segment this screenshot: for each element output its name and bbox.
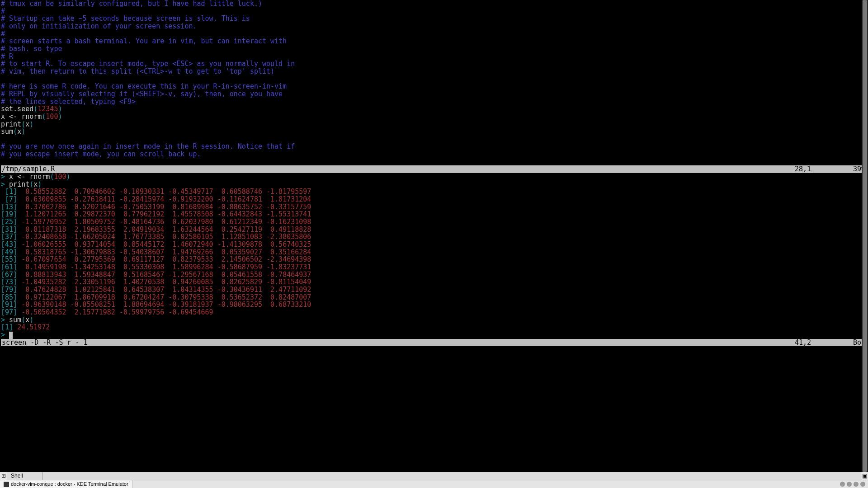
status-rowcol: 28,1 <box>795 165 849 173</box>
close-icon: ▣ <box>862 472 867 480</box>
close-tab-button[interactable]: ▣ <box>861 472 868 480</box>
terminal-window: # tmux can be similarly configured, but … <box>0 0 868 488</box>
comment-line: # only on initialization of your screen … <box>1 23 867 30</box>
comment-line <box>1 136 867 143</box>
r-output-row: [49] 0.58318765 -1.30679883 -0.54038607 … <box>1 249 867 256</box>
vim-status-bottom: screen -D -R -S r - 1 41,2 Bot <box>1 339 867 347</box>
r-echo-line: > print(x) <box>1 181 867 188</box>
status-cmd: screen -D -R -S r - 1 <box>1 339 795 347</box>
code-line: x <- rnorm(100) <box>1 113 867 121</box>
r-output-row: [97] -0.50504352 2.15771982 -0.59979756 … <box>1 309 867 316</box>
status-filename: /tmp/sample.R <box>1 165 795 173</box>
comment-line: # <box>1 30 867 38</box>
r-echo-line: > x <- rnorm(100) <box>1 173 867 181</box>
comment-line: # R <box>1 53 867 61</box>
blank-region <box>1 346 867 355</box>
blank-line <box>1 158 867 166</box>
code-line: set.seed(12345) <box>1 105 867 113</box>
vim-status-top: /tmp/sample.R 28,1 39% <box>1 165 867 173</box>
r-output-row: [73] -1.04935282 2.33051196 1.40270538 0… <box>1 278 867 286</box>
r-output-row: [79] 0.47624828 1.02125841 0.64538307 1.… <box>1 286 867 294</box>
cursor-block-icon <box>9 332 13 339</box>
tabbar-spacer <box>42 472 861 480</box>
r-output-row: [19] 1.12071265 0.29872370 0.77962192 1.… <box>1 211 867 218</box>
comment-line <box>1 75 867 83</box>
terminal-body[interactable]: # tmux can be similarly configured, but … <box>0 0 868 472</box>
tray-icon[interactable] <box>847 482 852 487</box>
konsole-tab[interactable]: Shell <box>7 472 42 480</box>
plus-icon: ⊞ <box>1 472 6 480</box>
system-tray <box>840 482 868 487</box>
kde-taskbar: docker-vim-conque : docker - KDE Termina… <box>0 480 868 488</box>
r-output-row: [1] 0.58552882 0.70946602 -0.10930331 -0… <box>1 188 867 196</box>
scrollbar-thumb[interactable] <box>863 0 867 472</box>
comment-line: # <box>1 8 867 15</box>
taskbar-app-button[interactable]: docker-vim-conque : docker - KDE Termina… <box>0 480 132 488</box>
terminal-scrollbar[interactable] <box>862 0 868 472</box>
comment-line: # Startup can take ~5 seconds because sc… <box>1 15 867 23</box>
konsole-tabbar: ⊞ ShellShell No. 6Shell No. 3Shell No. 4… <box>0 472 868 480</box>
r-output-row: [55] -0.67097654 0.27795369 0.69117127 0… <box>1 256 867 263</box>
comment-line: # here is some R code. You can execute t… <box>1 83 867 90</box>
comment-line: # you escape insert mode, you can scroll… <box>1 150 867 158</box>
comment-line: # vim, then return to this split (<CTRL>… <box>1 68 867 75</box>
tray-icon[interactable] <box>840 482 845 487</box>
r-output-row: [37] -0.32408658 -1.66205024 1.76773385 … <box>1 233 867 241</box>
r-output-row: [43] -1.06026555 0.93714054 0.85445172 1… <box>1 241 867 249</box>
r-output-row: [91] -0.96390148 -0.85508251 1.88694694 … <box>1 301 867 309</box>
comment-line: # you are now once again in insert mode … <box>1 143 867 150</box>
comment-line: # REPL by visually selecting it (<SHIFT>… <box>1 90 867 98</box>
r-output-row: [61] 0.14959198 -1.34253148 0.55330308 1… <box>1 263 867 271</box>
comment-line: # screen starts a bash terminal. You are… <box>1 38 867 45</box>
comment-line: # the lines selected, typing <F9> <box>1 98 867 106</box>
tray-icon[interactable] <box>854 482 859 487</box>
comment-line: # bash. so type <box>1 45 867 53</box>
taskbar-app-title: docker-vim-conque : docker - KDE Termina… <box>11 480 128 488</box>
status-rowcol: 41,2 <box>795 339 849 347</box>
comment-line: # to start R. To escape insert mode, typ… <box>1 60 867 68</box>
r-output-row: [31] 0.81187318 2.19683355 2.04919034 1.… <box>1 226 867 234</box>
r-output-row: [67] 0.88813943 1.59348847 0.51685467 -1… <box>1 271 867 279</box>
r-output-row: [25] -1.59770952 1.80509752 -0.48164736 … <box>1 218 867 226</box>
r-output-row: [7] 0.63009855 -0.27618411 -0.28415974 -… <box>1 196 867 203</box>
r-output-row: [85] 0.97122067 1.86709918 0.67204247 -0… <box>1 294 867 301</box>
r-output-row: [13] 0.37062786 0.52021646 -0.75053199 0… <box>1 203 867 211</box>
comment-line: # tmux can be similarly configured, but … <box>1 0 867 8</box>
code-line: sum(x) <box>1 128 867 136</box>
r-result-line: [1] 24.51972 <box>1 324 867 331</box>
tray-icon[interactable] <box>860 482 865 487</box>
code-line: print(x) <box>1 121 867 128</box>
new-tab-button[interactable]: ⊞ <box>0 472 7 480</box>
r-echo-line: > sum(x) <box>1 316 867 324</box>
terminal-app-icon <box>4 482 9 487</box>
r-prompt-line[interactable]: > <box>1 331 867 339</box>
